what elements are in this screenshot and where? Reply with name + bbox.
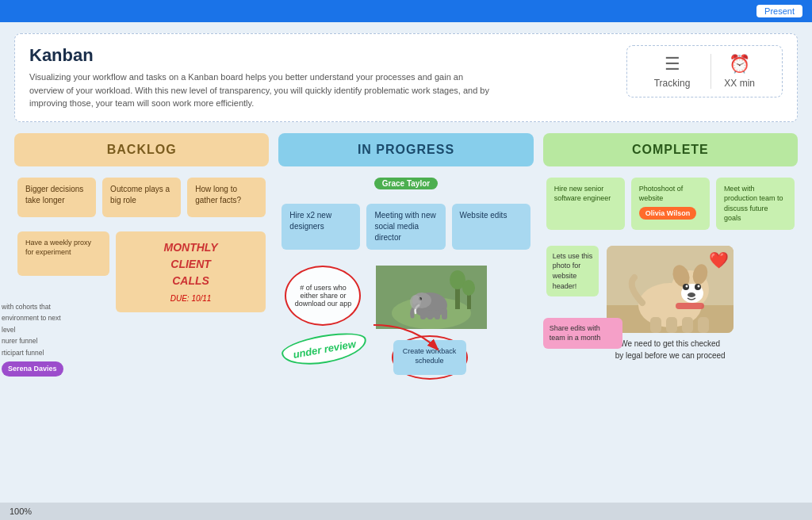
backlog-header: BACKLOG [14, 133, 269, 166]
inprogress-header: IN PROGRESS [278, 133, 533, 166]
sidebar-line-1: with cohorts that [2, 301, 63, 312]
inprogress-card-3[interactable]: Website edits [452, 204, 530, 250]
sidebar-line-5: rticipart funnel [2, 347, 63, 358]
under-review-bubble: under review [280, 327, 370, 369]
kanban-board: BACKLOG Bigger decisions take longer Out… [14, 133, 798, 386]
olivia-wilson-badge-container: Olivia Wilson [639, 207, 702, 220]
complete-row1: Hire new senior software engineer Photos… [546, 178, 795, 230]
grace-taylor-badge-container: Grace Taylor [282, 178, 530, 194]
create-workback-circle: Create workback schedule [392, 335, 468, 380]
elephant-svg [376, 266, 487, 329]
heart-icon: ❤️ [709, 250, 729, 270]
kanban-title: Kanban [29, 45, 611, 66]
svg-rect-31 [676, 303, 704, 309]
pink-note-container: Share edits with team in a month [543, 318, 622, 349]
backlog-card-1[interactable]: Bigger decisions take longer [17, 178, 96, 217]
svg-point-9 [410, 295, 421, 309]
complete-card-1[interactable]: Hire new senior software engineer [546, 178, 625, 230]
inprogress-row1: Hire x2 new designers Meeting with new s… [282, 204, 530, 250]
monthly-calls-text: MONTHLYCLIENTCALLS [125, 239, 256, 289]
svg-point-24 [686, 285, 688, 287]
clock-icon: ⏰ [729, 54, 750, 75]
inprogress-row2: # of users who either share or download … [282, 266, 530, 383]
dog-image: ❤️ [607, 246, 733, 333]
inprogress-content: Grace Taylor Hire x2 new designers Meeti… [278, 174, 533, 386]
time-meta: ⏰ XX min [710, 54, 768, 89]
olivia-wilson-badge: Olivia Wilson [639, 207, 696, 220]
grace-taylor-badge: Grace Taylor [374, 178, 438, 189]
zoom-bar: 100% [0, 503, 812, 520]
legal-note: We need to get this checkedby legal befo… [607, 338, 733, 361]
tracking-meta: ☰ Tracking [642, 54, 703, 89]
inprogress-column: IN PROGRESS Grace Taylor Hire x2 new des… [278, 133, 533, 386]
svg-point-26 [688, 292, 695, 297]
monthly-calls-note[interactable]: MONTHLYCLIENTCALLS DUE: 10/11 [116, 231, 266, 312]
photo-note[interactable]: Lets use thisphoto forwebsiteheader! [546, 246, 599, 296]
backlog-row1: Bigger decisions take longer Outcome pla… [17, 178, 266, 217]
complete-card-3[interactable]: Meet with production team to discuss fut… [716, 178, 795, 230]
complete-content: Hire new senior software engineer Photos… [543, 174, 798, 365]
svg-rect-27 [650, 317, 661, 333]
backlog-card-3[interactable]: How long to gather facts? [187, 178, 266, 217]
complete-header: COMPLETE [543, 133, 798, 166]
svg-rect-4 [420, 308, 426, 319]
svg-rect-28 [666, 317, 677, 333]
tracking-label: Tracking [654, 78, 691, 89]
create-workback-container: Create workback schedule [392, 335, 471, 383]
header-card: Kanban Visualizing your workflow and tas… [14, 33, 798, 122]
elephant-image [376, 266, 487, 329]
svg-rect-6 [435, 310, 440, 319]
circle-text: # of users who either share or download … [285, 266, 361, 326]
backlog-card-4[interactable]: Have a weekly proxy for experiment [17, 231, 109, 276]
complete-column: COMPLETE Hire new senior software engine… [543, 133, 798, 386]
sidebar-line-3: level [2, 324, 63, 335]
backlog-row2: Have a weekly proxy for experiment MONTH… [17, 231, 266, 312]
create-workback-card[interactable]: Create workback schedule [393, 340, 466, 375]
circle-annotation: # of users who either share or download … [285, 266, 364, 329]
svg-rect-5 [427, 310, 433, 319]
complete-card-2[interactable]: Photoshoot of website Olivia Wilson [631, 178, 710, 230]
svg-rect-29 [682, 317, 693, 333]
sidebar-line-4: nurer funnel [2, 335, 63, 346]
sidebar-line-2: environment to next [2, 312, 63, 323]
complete-right: ❤️ We need to get this checkedby legal b… [607, 246, 733, 361]
backlog-card-2[interactable]: Outcome plays a big role [102, 178, 181, 217]
svg-point-13 [462, 280, 475, 296]
tracking-icon: ☰ [665, 54, 680, 75]
svg-rect-30 [698, 317, 709, 333]
present-button[interactable]: Present [756, 5, 802, 17]
inprogress-right: Create workback schedule [376, 266, 487, 383]
sidebar-notes: with cohorts that environment to next le… [2, 301, 63, 377]
header-text: Kanban Visualizing your workflow and tas… [29, 45, 611, 110]
share-edits-note[interactable]: Share edits with team in a month [543, 318, 622, 349]
inprogress-card-2[interactable]: Meeting with new social media director [366, 204, 445, 250]
svg-rect-7 [442, 308, 447, 319]
main-content: Kanban Visualizing your workflow and tas… [0, 22, 812, 520]
zoom-level: 100% [10, 507, 32, 516]
header-meta: ☰ Tracking ⏰ XX min [626, 45, 783, 98]
kanban-description: Visualizing your workflow and tasks on a… [29, 71, 497, 110]
svg-point-25 [698, 285, 700, 287]
time-label: XX min [724, 78, 755, 89]
top-bar: Present [0, 0, 812, 22]
serena-badge-container: Serena Davies [2, 361, 63, 377]
inprogress-left: # of users who either share or download … [282, 266, 367, 383]
inprogress-card-1[interactable]: Hire x2 new designers [282, 204, 360, 250]
backlog-content: Bigger decisions take longer Outcome pla… [14, 174, 269, 315]
serena-davies-badge: Serena Davies [2, 361, 63, 377]
due-date: DUE: 10/11 [125, 292, 256, 304]
